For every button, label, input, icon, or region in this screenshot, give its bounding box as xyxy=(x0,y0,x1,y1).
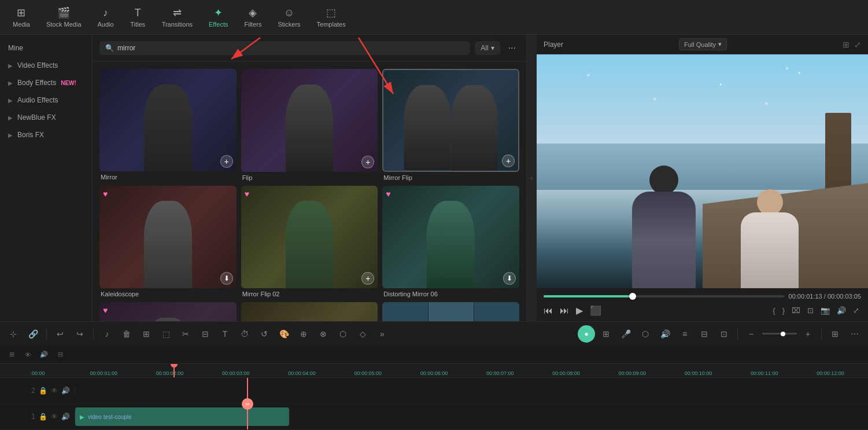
subtitle-button[interactable]: ≡ xyxy=(676,325,693,343)
group-button[interactable]: ⊞ xyxy=(138,325,155,343)
nav-audio[interactable]: ♪ Audio xyxy=(90,3,122,31)
chapter-button[interactable]: ⊟ xyxy=(696,325,713,343)
nav-filters[interactable]: ◈ Filters xyxy=(236,3,269,31)
sidebar-item-newblue-fx[interactable]: ▶ NewBlue FX xyxy=(0,109,92,126)
nav-titles[interactable]: T Titles xyxy=(122,3,154,31)
nav-stock-media[interactable]: 🎬 Stock Media xyxy=(38,3,90,31)
download-kaleidoscope-button[interactable]: ⬇ xyxy=(220,272,233,285)
bookmark-button[interactable]: ⊡ xyxy=(715,325,733,343)
mask-button[interactable]: ⬡ xyxy=(334,325,352,343)
timeline-eye-button[interactable]: 👁 xyxy=(21,348,35,362)
reverse-button[interactable]: ↺ xyxy=(256,325,273,343)
zoom-out-button[interactable]: − xyxy=(743,325,760,343)
magnet-button[interactable]: 🔗 xyxy=(24,325,42,343)
add-mirror-button[interactable]: + xyxy=(220,155,233,168)
effect-item-mirror[interactable]: + Mirror xyxy=(99,69,237,181)
sidebar-item-video-effects[interactable]: ▶ Video Effects xyxy=(0,57,92,74)
add-mirror-flip-button[interactable]: + xyxy=(502,155,515,167)
panel-collapse-button[interactable]: ‹ xyxy=(526,35,537,321)
audio-button[interactable]: 🔊 xyxy=(835,304,848,317)
sidebar-video-effects-label: Video Effects xyxy=(17,61,58,69)
zoom-slider[interactable] xyxy=(762,333,797,335)
snapshot-button[interactable]: 📷 xyxy=(819,304,832,317)
zoom-in-button[interactable]: + xyxy=(799,325,817,343)
snap-button[interactable]: ⊹ xyxy=(5,325,22,343)
effect-item-flip[interactable]: + Flip xyxy=(241,69,378,181)
undo-button[interactable]: ↩ xyxy=(51,325,69,343)
split-view-icon[interactable]: ⊞ xyxy=(843,40,849,49)
rewind-button[interactable]: ⏮ xyxy=(544,306,553,316)
stabilize-button[interactable]: ⊕ xyxy=(295,325,312,343)
mark-out-button[interactable]: } xyxy=(781,304,786,317)
more-tools[interactable]: » xyxy=(374,325,391,343)
sidebar-item-boris-fx[interactable]: ▶ Boris FX xyxy=(0,126,92,144)
sidebar-item-body-effects[interactable]: ▶ Body Effects NEW! xyxy=(0,74,92,91)
shield-button[interactable]: ⬡ xyxy=(637,325,654,343)
layout-button[interactable]: ⊞ xyxy=(826,325,844,343)
cut-button[interactable]: ✂ xyxy=(177,325,194,343)
sidebar-item-audio-effects[interactable]: ▶ Audio Effects xyxy=(0,91,92,109)
keyframe-button[interactable]: ◇ xyxy=(354,325,371,343)
timeline-audio-button[interactable]: 🔊 xyxy=(37,348,51,362)
step-forward-button[interactable]: ⏭ xyxy=(560,306,569,316)
sidebar-item-mine[interactable]: Mine xyxy=(0,39,92,57)
speed-button[interactable]: ⏱ xyxy=(236,325,253,343)
nav-stickers[interactable]: ☺ Stickers xyxy=(269,3,308,31)
track-audio-icon[interactable]: 🔊 xyxy=(61,387,70,395)
add-flip-button[interactable]: + xyxy=(361,156,374,168)
more-button[interactable]: ⋯ xyxy=(846,325,863,343)
progress-bar[interactable] xyxy=(544,295,784,297)
stop-button[interactable]: ⬛ xyxy=(590,305,601,316)
effect-item-distorting-mirror-06[interactable]: ♥ ⬇ Distorting Mirror 06 xyxy=(382,186,519,298)
color-button[interactable]: 🎨 xyxy=(275,325,293,343)
templates-icon: ⬚ xyxy=(326,6,336,19)
motion-button[interactable]: ⊗ xyxy=(315,325,332,343)
composite-button[interactable]: ⬚ xyxy=(157,325,175,343)
scene-button[interactable]: ⊞ xyxy=(597,325,615,343)
heart-icon-dist-mirror04: ♥ xyxy=(103,306,108,315)
video-clip[interactable]: ▶ video test-couple xyxy=(75,407,289,426)
toolbar-sep-1 xyxy=(46,328,47,340)
audio-detach-button[interactable]: ♪ xyxy=(98,325,116,343)
narration-button[interactable]: 🔊 xyxy=(656,325,674,343)
track-lock-icon[interactable]: 🔒 xyxy=(39,387,47,395)
track-eye-icon[interactable]: 👁 xyxy=(51,387,58,395)
search-input[interactable] xyxy=(117,44,464,52)
mark-in-button[interactable]: { xyxy=(771,304,777,317)
timeline-add-media[interactable]: ⊞ xyxy=(5,348,19,362)
effect-label-distorting-mirror-06: Distorting Mirror 06 xyxy=(382,291,519,297)
player-canvas: ❄ ❄ ✦ ❄ ✦ ❄ xyxy=(537,54,868,288)
snowflake: ❄ xyxy=(586,73,590,78)
add-to-timeline-button[interactable]: ⊡ xyxy=(806,304,815,317)
effect-item-slant-blur[interactable]: ⬇ Slant Blur xyxy=(241,302,378,321)
progress-fill xyxy=(544,295,633,297)
voice-button[interactable]: 🎤 xyxy=(617,325,634,343)
main-track-audio[interactable]: 🔊 xyxy=(61,413,70,421)
timeline-track-btn[interactable]: ⊟ xyxy=(53,348,67,362)
effect-item-distorting-mirror-04[interactable]: ♥ ⬇ Distorting Mirror 04 xyxy=(99,302,237,321)
effect-item-mirror-flip-02[interactable]: ♥ + Mirror Flip 02 xyxy=(241,186,378,298)
effect-item-mirror-flip[interactable]: + Mirror Flip xyxy=(382,69,519,181)
quality-selector[interactable]: Full Quality ▾ xyxy=(679,38,727,50)
main-track-lock[interactable]: 🔒 xyxy=(39,413,47,421)
nav-effects[interactable]: ✦ Effects xyxy=(201,3,236,31)
nav-templates[interactable]: ⬚ Templates xyxy=(309,3,354,31)
redo-button[interactable]: ↪ xyxy=(71,325,88,343)
search-input-wrap[interactable]: 🔍 xyxy=(99,41,470,55)
main-track-eye[interactable]: 👁 xyxy=(51,413,58,421)
play-button[interactable]: ▶ xyxy=(576,305,583,316)
effect-item-kaleidoscope[interactable]: ♥ ⬇ Kaleidoscope xyxy=(99,186,237,298)
delete-button[interactable]: 🗑 xyxy=(118,325,135,343)
download-dist-mirror06-button[interactable]: ⬇ xyxy=(503,272,516,285)
effect-item-tv-wall[interactable]: + TV Wall xyxy=(382,302,519,321)
settings-button[interactable]: ⤢ xyxy=(851,304,861,317)
record-button[interactable]: ● xyxy=(578,325,595,343)
fullscreen-icon[interactable]: ⤢ xyxy=(854,40,861,49)
search-filter-dropdown[interactable]: All ▾ xyxy=(475,41,500,55)
text-button[interactable]: T xyxy=(216,325,234,343)
crop-button[interactable]: ⊟ xyxy=(197,325,214,343)
nav-transitions[interactable]: ⇌ Transitions xyxy=(154,3,201,31)
nav-media[interactable]: ⊞ Media xyxy=(5,3,38,31)
more-options-button[interactable]: ··· xyxy=(505,41,519,56)
split-button[interactable]: ⌧ xyxy=(790,304,802,317)
